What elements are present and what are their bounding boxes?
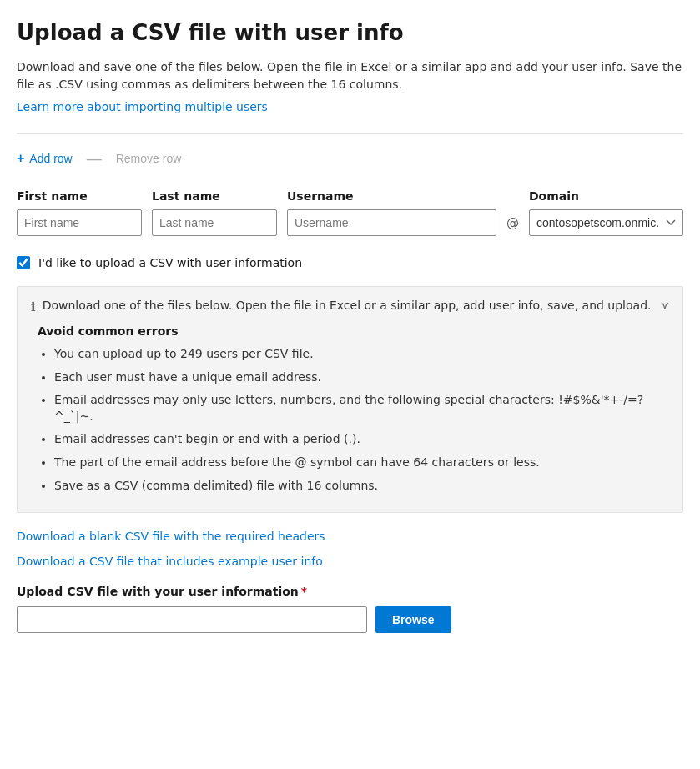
required-star: *: [301, 585, 307, 598]
add-row-label: Add row: [29, 152, 72, 165]
firstname-label: First name: [17, 189, 142, 203]
csv-checkbox[interactable]: [17, 256, 30, 269]
error-list-item: Email addresses can't begin or end with …: [54, 431, 669, 448]
error-list-item: Email addresses may only use letters, nu…: [54, 392, 669, 425]
lastname-input[interactable]: [152, 209, 277, 236]
toolbar-separator: —: [86, 148, 103, 168]
lastname-label: Last name: [152, 189, 277, 203]
upload-file-input[interactable]: [17, 606, 367, 633]
page-description: Download and save one of the files below…: [17, 58, 683, 93]
upload-row: Browse: [17, 606, 683, 633]
error-list-item: Each user must have a unique email addre…: [54, 369, 669, 386]
at-symbol: @: [506, 215, 519, 230]
info-panel: ℹ Download one of the files below. Open …: [17, 286, 683, 513]
remove-row-label: Remove row: [116, 152, 182, 165]
browse-button[interactable]: Browse: [375, 606, 451, 633]
error-list-item: You can upload up to 249 users per CSV f…: [54, 346, 669, 363]
remove-row-button[interactable]: Remove row: [116, 148, 182, 168]
domain-select[interactable]: contosopetscom.onmic...: [529, 209, 683, 236]
download-example-csv-link[interactable]: Download a CSV file that includes exampl…: [17, 555, 683, 568]
form-inputs-row: @ contosopetscom.onmic...: [17, 209, 683, 236]
error-list-item: The part of the email address before the…: [54, 455, 669, 471]
form-labels-row: First name Last name Username Domain: [17, 189, 683, 203]
plus-icon: +: [17, 151, 24, 166]
section-divider: [17, 133, 683, 134]
csv-checkbox-label[interactable]: I'd like to upload a CSV with user infor…: [38, 256, 302, 269]
upload-section: Upload CSV file with your user informati…: [17, 585, 683, 633]
collapse-icon[interactable]: ⋎: [661, 299, 669, 312]
csv-checkbox-row: I'd like to upload a CSV with user infor…: [17, 256, 683, 269]
username-input[interactable]: [287, 209, 496, 236]
page-title: Upload a CSV file with user info: [17, 20, 683, 45]
domain-label: Domain: [529, 189, 683, 203]
firstname-input[interactable]: [17, 209, 142, 236]
error-list: You can upload up to 249 users per CSV f…: [31, 346, 669, 494]
info-panel-header-left: ℹ Download one of the files below. Open …: [31, 299, 651, 314]
user-form: First name Last name Username Domain @ c…: [17, 189, 683, 236]
username-label: Username: [287, 189, 519, 203]
download-blank-csv-link[interactable]: Download a blank CSV file with the requi…: [17, 530, 683, 543]
info-icon: ℹ: [31, 299, 36, 314]
learn-more-link[interactable]: Learn more about importing multiple user…: [17, 100, 268, 113]
avoid-errors-title: Avoid common errors: [31, 324, 669, 338]
upload-label: Upload CSV file with your user informati…: [17, 585, 683, 598]
download-links: Download a blank CSV file with the requi…: [17, 530, 683, 568]
toolbar: + Add row — Remove row: [17, 148, 683, 169]
add-row-button[interactable]: + Add row: [17, 148, 73, 169]
info-panel-description: Download one of the files below. Open th…: [43, 299, 652, 312]
info-panel-header: ℹ Download one of the files below. Open …: [31, 299, 669, 314]
error-list-item: Save as a CSV (comma delimited) file wit…: [54, 478, 669, 495]
